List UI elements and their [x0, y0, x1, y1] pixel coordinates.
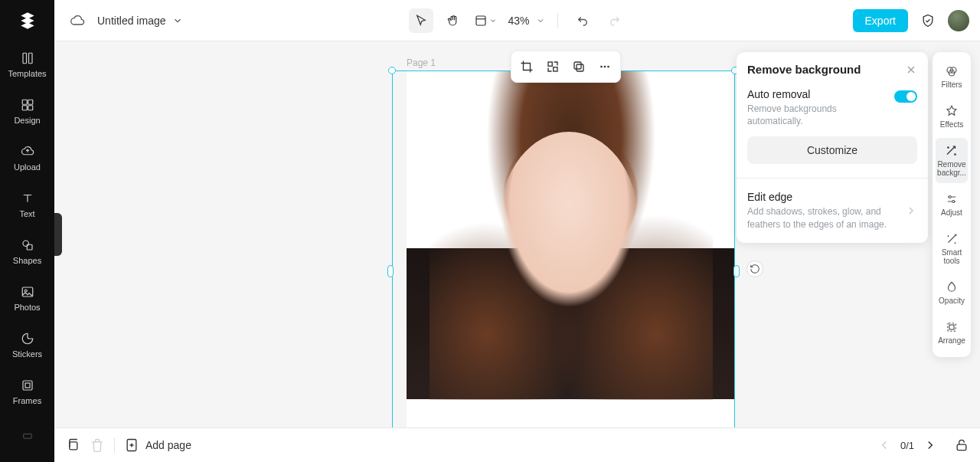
edit-edge-desc: Add shadows, strokes, glow, and feathers… — [747, 205, 905, 230]
photos-icon — [20, 284, 35, 300]
svg-rect-1 — [28, 53, 32, 64]
select-tool[interactable] — [409, 8, 433, 33]
svg-point-19 — [604, 66, 606, 68]
svg-rect-4 — [22, 106, 27, 110]
duplicate-page-button[interactable] — [65, 437, 80, 453]
tab-label: Filters — [935, 80, 969, 89]
svg-point-26 — [949, 196, 951, 198]
text-icon — [20, 191, 35, 206]
canvas-page[interactable] — [407, 70, 735, 428]
tab-opacity[interactable]: Opacity — [936, 274, 968, 311]
tab-effects[interactable]: Effects — [936, 98, 968, 135]
auto-removal-title: Auto removal — [747, 88, 887, 100]
tab-arrange[interactable]: Arrange — [936, 314, 968, 351]
tab-label: Arrange — [935, 336, 969, 345]
sidebar-item-label: Stickers — [12, 349, 42, 359]
sidebar-item-frames[interactable]: Frames — [0, 369, 54, 415]
contextual-toolbar — [511, 51, 621, 83]
sidebar-item-label: Upload — [14, 162, 41, 172]
remove-bg-icon — [945, 144, 959, 158]
edit-edge-title: Edit edge — [747, 191, 905, 203]
chevron-right-icon — [905, 205, 917, 217]
resize-canvas-tool[interactable] — [473, 8, 498, 33]
chevron-down-icon — [536, 16, 545, 25]
export-button[interactable]: Export — [853, 9, 908, 32]
portrait-face — [500, 132, 638, 308]
bottom-bar: Add page 0/1 — [54, 428, 980, 462]
sidebar-item-text[interactable]: Text — [0, 181, 54, 228]
sidebar-item-label: Design — [14, 116, 40, 125]
add-page-icon — [124, 437, 139, 453]
frames-icon — [20, 378, 35, 393]
upload-icon — [20, 144, 35, 159]
sidebar-item-design[interactable]: Design — [0, 87, 54, 134]
delete-page-button[interactable] — [90, 437, 105, 453]
left-sidebar: Templates Design Upload Text Shapes — [0, 0, 54, 462]
svg-rect-5 — [28, 106, 32, 110]
sidebar-item-stickers[interactable]: Stickers — [0, 322, 54, 369]
main-area: Untitled image 43% — [54, 0, 980, 462]
resize-handle-mid-right[interactable] — [733, 265, 740, 277]
design-icon — [20, 97, 35, 113]
cloud-status-icon[interactable] — [65, 8, 90, 33]
filters-icon — [945, 64, 959, 78]
tab-label: Adjust — [935, 208, 969, 217]
more-options-button[interactable] — [593, 54, 617, 79]
adjust-icon — [945, 192, 959, 206]
add-page-button[interactable]: Add page — [124, 437, 191, 453]
remove-bg-button[interactable] — [541, 54, 565, 79]
auto-removal-toggle[interactable] — [894, 90, 917, 103]
app-logo[interactable] — [0, 0, 54, 41]
tab-label: Remove backgr... — [935, 160, 969, 177]
sidebar-item-photos[interactable]: Photos — [0, 275, 54, 322]
rotate-handle[interactable] — [746, 260, 763, 277]
svg-point-28 — [956, 234, 957, 236]
remove-background-panel: Remove background Auto removal Remove ba… — [737, 52, 928, 243]
tab-remove-bg[interactable]: Remove backgr... — [936, 138, 968, 183]
zoom-value: 43% — [508, 15, 530, 27]
customize-button[interactable]: Customize — [747, 136, 917, 164]
sidebar-item-templates[interactable]: Templates — [0, 41, 54, 87]
hand-tool[interactable] — [441, 8, 466, 33]
chevron-down-icon — [489, 17, 497, 25]
svg-rect-11 — [25, 383, 30, 388]
svg-rect-10 — [23, 381, 32, 390]
svg-point-25 — [955, 154, 956, 156]
shield-icon[interactable] — [916, 8, 940, 33]
svg-rect-16 — [577, 64, 583, 71]
zoom-dropdown[interactable]: 43% — [505, 15, 545, 27]
crop-button[interactable] — [514, 54, 539, 79]
resize-handle-top-left[interactable] — [388, 67, 396, 74]
tab-adjust[interactable]: Adjust — [936, 186, 968, 223]
close-icon[interactable] — [905, 64, 917, 76]
avatar[interactable] — [948, 10, 969, 31]
resize-handle-mid-left[interactable] — [387, 265, 394, 277]
shapes-icon — [20, 238, 35, 253]
undo-button[interactable] — [570, 8, 595, 33]
sidebar-item-label: Photos — [14, 303, 40, 312]
canvas-area[interactable]: Page 1 — [54, 41, 980, 428]
sidebar-item-label: Shapes — [13, 256, 41, 265]
bottom-divider — [114, 437, 115, 453]
edit-edge-row[interactable]: Edit edge Add shadows, strokes, glow, an… — [737, 182, 928, 242]
panel-divider — [737, 178, 928, 179]
svg-point-9 — [24, 290, 27, 292]
tab-smart-tools[interactable]: Smart tools — [936, 226, 968, 271]
sidebar-item-shapes[interactable]: Shapes — [0, 228, 54, 275]
next-page-button[interactable] — [923, 438, 937, 452]
svg-point-18 — [600, 66, 603, 68]
canvas-image[interactable] — [407, 70, 735, 399]
lock-button[interactable] — [954, 437, 969, 453]
file-title-text: Untitled image — [97, 15, 166, 27]
svg-rect-29 — [948, 323, 956, 332]
workspace: Page 1 — [54, 41, 980, 428]
redo-button[interactable] — [603, 8, 627, 33]
prev-page-button[interactable] — [877, 438, 891, 452]
file-title[interactable]: Untitled image — [97, 15, 183, 27]
copy-button[interactable] — [567, 54, 591, 79]
tab-filters[interactable]: Filters — [936, 58, 968, 95]
sidebar-expand-handle[interactable] — [54, 213, 62, 256]
sidebar-item-label: Frames — [13, 396, 41, 405]
sidebar-item-more[interactable] — [0, 415, 54, 462]
sidebar-item-upload[interactable]: Upload — [0, 134, 54, 181]
